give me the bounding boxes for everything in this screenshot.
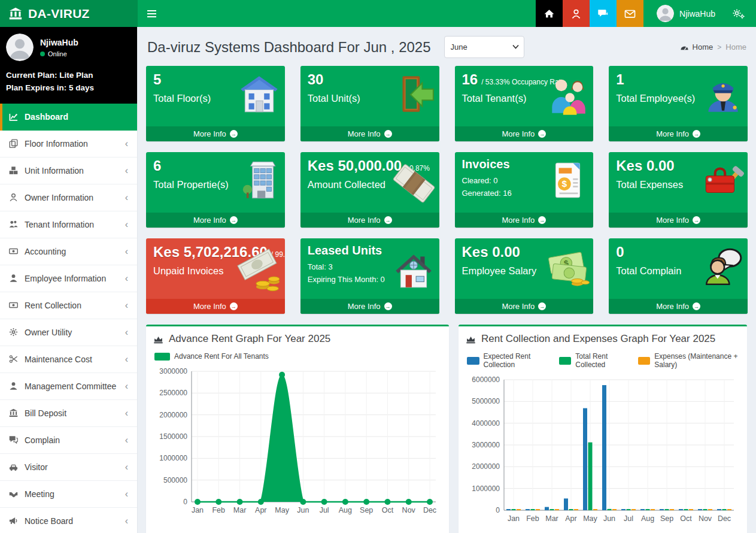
- more-info-link[interactable]: More Info→: [300, 213, 439, 228]
- more-info-link[interactable]: More Info→: [609, 126, 748, 141]
- navbar-user-name: NjiwaHub: [679, 9, 715, 19]
- info-card-employee-salary: Kes 0.00Employee Salary$More Info→: [455, 238, 594, 314]
- more-info-link[interactable]: More Info→: [609, 299, 748, 314]
- sidebar-user-name: NjiwaHub: [40, 38, 78, 47]
- sidebar-item-label: Visitor: [25, 462, 48, 472]
- money-stack-icon: [391, 162, 436, 206]
- sidebar-item-unit-information[interactable]: Unit Information‹: [0, 158, 137, 184]
- settings-button[interactable]: [727, 0, 756, 27]
- sidebar-item-employee-information[interactable]: Employee Information‹: [0, 265, 137, 292]
- legend-swatch: [638, 357, 651, 365]
- more-info-link[interactable]: More Info→: [455, 126, 594, 141]
- info-card-total-complain: 0Total ComplainMore Info→: [609, 238, 748, 314]
- chart-title: Advance Rent Graph For Year 2025: [153, 333, 442, 345]
- page-title: Da-viruz Systems Dashboard For Jun , 202…: [147, 39, 431, 56]
- rent-expenses-bar-chart[interactable]: 0100000020000003000000400000050000006000…: [466, 374, 740, 528]
- area-chart-icon: [466, 335, 476, 344]
- more-info-link[interactable]: More Info→: [146, 299, 285, 314]
- legend-item[interactable]: Expected Rent Collection: [467, 352, 547, 369]
- sidebar-item-tenant-information[interactable]: Tenant Information‹: [0, 211, 137, 238]
- copy-icon: [9, 139, 18, 148]
- sidebar-item-dashboard[interactable]: Dashboard: [0, 104, 137, 131]
- sidebar-menu: DashboardFloor Information‹Unit Informat…: [0, 104, 137, 533]
- svg-text:1500000: 1500000: [159, 432, 187, 441]
- sidebar-item-label: Meeting: [25, 489, 54, 499]
- chevron-left-icon: ‹: [125, 355, 128, 364]
- home-shortcut-button[interactable]: [536, 0, 563, 27]
- svg-text:3000000: 3000000: [159, 367, 187, 375]
- app-logo[interactable]: DA-VIRUZ: [0, 0, 138, 27]
- chat-shortcut-button[interactable]: [590, 0, 617, 27]
- sidebar-item-floor-information[interactable]: Floor Information‹: [0, 131, 137, 158]
- arrow-circle-right-icon: →: [693, 130, 700, 138]
- sidebar-item-label: Management Committee: [25, 381, 116, 391]
- more-info-link[interactable]: More Info→: [300, 126, 439, 141]
- sidebar-item-management-committee[interactable]: Management Committee‹: [0, 373, 137, 400]
- card-value: 5: [153, 71, 161, 88]
- open-door-icon: [391, 72, 436, 117]
- user-icon: [9, 381, 18, 390]
- plan-info: Current Plan: Lite Plan Plan Expires in:…: [0, 65, 137, 104]
- svg-text:Mar: Mar: [545, 514, 558, 523]
- arrow-circle-right-icon: →: [538, 216, 546, 224]
- card-value: Kes 0.00: [462, 244, 520, 261]
- month-select[interactable]: June: [444, 36, 524, 58]
- info-card-total-tenant-s-: 16/ 53.33% Occupancy RateTotal Tenant(s)…: [455, 66, 594, 141]
- svg-text:Jun: Jun: [603, 514, 615, 523]
- more-info-link[interactable]: More Info→: [609, 213, 748, 228]
- sidebar-item-maintenance-cost[interactable]: Maintenance Cost‹: [0, 346, 137, 373]
- sidebar-item-rent-collection[interactable]: Rent Collection‹: [0, 292, 137, 319]
- legend-item[interactable]: Total Rent Collected: [559, 352, 626, 369]
- gear-icon: [9, 328, 18, 337]
- month-select-wrap: June: [444, 36, 524, 58]
- sidebar-item-bill-deposit[interactable]: Bill Deposit‹: [0, 400, 137, 427]
- toolbox-icon: [700, 159, 744, 203]
- hamburger-icon[interactable]: [138, 0, 165, 27]
- more-info-link[interactable]: More Info→: [146, 213, 285, 228]
- chevron-left-icon: ‹: [125, 139, 128, 149]
- user-menu[interactable]: NjiwaHub: [643, 0, 727, 27]
- breadcrumb: Home > Home: [680, 43, 746, 52]
- svg-text:Feb: Feb: [212, 506, 225, 514]
- svg-text:Jul: Jul: [624, 514, 633, 523]
- svg-text:6000000: 6000000: [472, 375, 500, 384]
- sidebar-item-label: Tenant Information: [25, 220, 94, 229]
- chevron-left-icon: ‹: [125, 247, 128, 256]
- sidebar-item-notice-board[interactable]: Notice Board‹: [0, 508, 137, 533]
- card-value: 0: [616, 244, 624, 261]
- svg-text:3000000: 3000000: [472, 441, 500, 449]
- sidebar-item-meeting[interactable]: Meeting‹: [0, 481, 137, 508]
- sidebar-item-owner-information[interactable]: Owner Information‹: [0, 184, 137, 211]
- legend-label: Expenses (Maintenance + Salary): [654, 352, 740, 369]
- svg-text:Apr: Apr: [565, 514, 576, 523]
- brand-text: DA-VIRUZ: [28, 7, 90, 21]
- more-info-link[interactable]: More Info→: [455, 299, 594, 314]
- svg-text:5000000: 5000000: [472, 397, 500, 405]
- sidebar-user-panel: NjiwaHub Online Current Plan: Lite Plan …: [0, 27, 137, 104]
- sidebar-item-accounting[interactable]: Accounting‹: [0, 238, 137, 265]
- sidebar-item-complain[interactable]: Complain‹: [0, 427, 137, 454]
- breadcrumb-separator: >: [717, 43, 721, 52]
- legend-item[interactable]: Advance Rent For All Tenants: [154, 352, 269, 361]
- sidebar-item-owner-utility[interactable]: Owner Utility‹: [0, 319, 137, 346]
- legend-item[interactable]: Expenses (Maintenance + Salary): [638, 352, 740, 369]
- more-info-link[interactable]: More Info→: [300, 299, 439, 314]
- advance-rent-area-chart[interactable]: 0500000100000015000002000000250000030000…: [153, 365, 442, 520]
- breadcrumb-home-link[interactable]: Home: [680, 43, 714, 52]
- rent-expenses-chart-card: Rent Collection and Expenses Graph For Y…: [459, 325, 747, 533]
- info-card-total-employee-s-: 1Total Employee(s)More Info→: [609, 66, 748, 141]
- sidebar-item-label: Dashboard: [25, 112, 68, 122]
- more-info-link[interactable]: More Info→: [146, 126, 285, 141]
- mail-shortcut-button[interactable]: [617, 0, 643, 27]
- bullhorn-icon: [9, 516, 18, 525]
- chart-title: Rent Collection and Expenses Graph For Y…: [466, 333, 740, 345]
- info-cards-grid: 5Total Floor(s)More Info→30Total Unit(s)…: [146, 66, 748, 314]
- info-card-leased-units: Leased UnitsTotal: 3Expiring This Month:…: [300, 238, 439, 314]
- info-card-total-unit-s-: 30Total Unit(s)More Info→: [300, 66, 439, 141]
- sidebar-item-visitor[interactable]: Visitor‹: [0, 454, 137, 481]
- more-info-link[interactable]: More Info→: [455, 213, 594, 228]
- car-icon: [9, 462, 18, 471]
- top-navbar: DA-VIRUZ NjiwaHub: [0, 0, 756, 27]
- profile-shortcut-button[interactable]: [563, 0, 590, 27]
- home-icon: [544, 8, 555, 19]
